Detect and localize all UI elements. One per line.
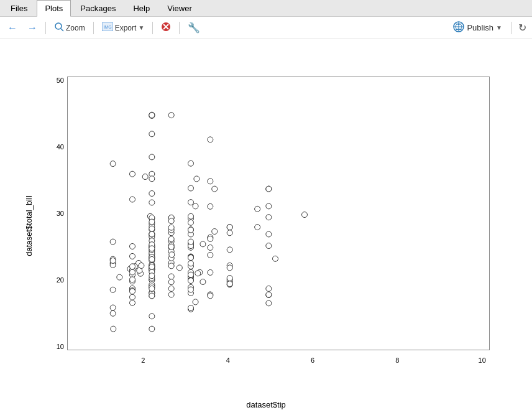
zoom-icon bbox=[54, 22, 64, 34]
tab-files[interactable]: Files bbox=[2, 0, 35, 16]
publish-button[interactable]: Publish ▼ bbox=[448, 19, 507, 36]
y-tick-0: 10 bbox=[57, 343, 64, 350]
separator-3 bbox=[152, 22, 153, 34]
plot-area bbox=[67, 77, 490, 350]
forward-icon: → bbox=[27, 22, 37, 34]
y-tick-4: 50 bbox=[57, 77, 64, 84]
x-tick-2: 6 bbox=[311, 356, 314, 364]
y-tick-1: 20 bbox=[57, 276, 64, 284]
back-button[interactable]: ← bbox=[4, 21, 21, 35]
x-tick-3: 8 bbox=[395, 356, 399, 364]
tab-plots[interactable]: Plots bbox=[37, 0, 71, 17]
refresh-icon: ↻ bbox=[518, 22, 526, 34]
zoom-button[interactable]: Zoom bbox=[50, 20, 89, 35]
back-icon: ← bbox=[7, 22, 17, 34]
scatter-plot-canvas bbox=[68, 77, 489, 350]
separator-1 bbox=[45, 22, 46, 34]
export-label: Export bbox=[115, 24, 137, 32]
x-ticks: 2 4 6 8 10 bbox=[67, 356, 490, 364]
clear-button[interactable] bbox=[157, 20, 175, 35]
tab-help[interactable]: Help bbox=[125, 0, 158, 16]
export-dropdown-arrow: ▼ bbox=[138, 24, 144, 31]
plot-content-area: dataset$total_bill dataset$tip 10 20 30 … bbox=[0, 39, 532, 410]
y-tick-3: 40 bbox=[57, 143, 64, 151]
publish-label: Publish bbox=[467, 23, 493, 32]
svg-point-0 bbox=[55, 23, 62, 29]
broom-button[interactable]: 🔧 bbox=[184, 20, 204, 35]
forward-button[interactable]: → bbox=[24, 21, 41, 35]
zoom-label: Zoom bbox=[66, 24, 85, 32]
publish-dropdown-arrow: ▼ bbox=[496, 24, 502, 31]
x-tick-1: 4 bbox=[226, 356, 230, 364]
tab-bar: Files Plots Packages Help Viewer bbox=[0, 0, 532, 17]
y-axis-label: dataset$total_bill bbox=[24, 195, 34, 256]
plot-wrapper: dataset$total_bill dataset$tip 10 20 30 … bbox=[30, 64, 502, 388]
toolbar: ← → Zoom IMG bbox=[0, 17, 532, 39]
broom-icon: 🔧 bbox=[188, 22, 200, 34]
tab-packages[interactable]: Packages bbox=[72, 0, 124, 16]
export-icon: IMG bbox=[102, 22, 113, 33]
x-tick-4: 10 bbox=[479, 356, 486, 364]
svg-line-1 bbox=[61, 29, 63, 31]
y-ticks: 10 20 30 40 50 bbox=[52, 77, 64, 350]
separator-2 bbox=[93, 22, 94, 34]
export-button[interactable]: IMG Export ▼ bbox=[98, 21, 149, 35]
separator-5 bbox=[511, 22, 512, 34]
tab-viewer[interactable]: Viewer bbox=[159, 0, 200, 16]
refresh-button[interactable]: ↻ bbox=[516, 20, 528, 35]
svg-text:IMG: IMG bbox=[103, 25, 111, 29]
y-tick-2: 30 bbox=[57, 210, 64, 217]
publish-icon bbox=[453, 21, 464, 34]
app-window: Files Plots Packages Help Viewer ← → Zoo… bbox=[0, 0, 532, 410]
x-tick-0: 2 bbox=[141, 356, 145, 364]
separator-4 bbox=[179, 22, 180, 34]
x-axis-label: dataset$tip bbox=[246, 400, 286, 409]
clear-icon bbox=[161, 22, 171, 34]
